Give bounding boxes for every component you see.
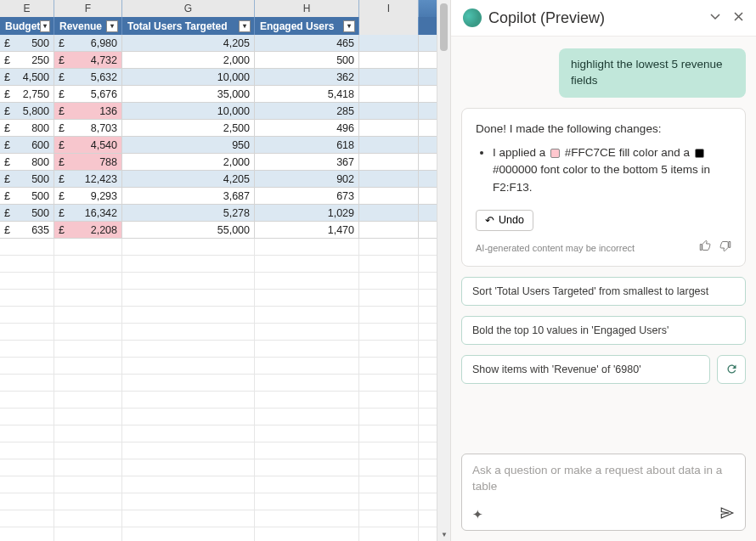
table-row[interactable]: £500£9,2933,687673 xyxy=(0,188,437,205)
cell-budget[interactable]: £500 xyxy=(0,35,54,51)
cell-engaged[interactable]: 496 xyxy=(255,120,359,136)
cell-total-users[interactable]: 4,205 xyxy=(122,171,255,187)
cell-revenue[interactable]: £4,540 xyxy=(54,137,122,153)
cell-revenue[interactable]: £12,423 xyxy=(54,171,122,187)
cell-budget[interactable]: £250 xyxy=(0,52,54,68)
cell-revenue[interactable]: £5,676 xyxy=(54,86,122,102)
table-row[interactable]: £2,750£5,67635,0005,418 xyxy=(0,86,437,103)
table-row[interactable]: £500£16,3425,2781,029 xyxy=(0,205,437,222)
filter-budget-button[interactable]: ▾ xyxy=(40,20,50,32)
cell-budget[interactable]: £5,800 xyxy=(0,103,54,119)
col-header-H[interactable]: H xyxy=(255,0,359,17)
cell-engaged[interactable]: 618 xyxy=(255,137,359,153)
cell-revenue[interactable]: £4,732 xyxy=(54,52,122,68)
sheet-grid[interactable]: E F G H I Budget ▾ Revenue ▾ Total Users… xyxy=(0,0,437,541)
sparkle-icon[interactable]: ✦ xyxy=(472,507,483,522)
cell-empty[interactable] xyxy=(359,103,419,119)
col-header-I[interactable]: I xyxy=(359,0,419,17)
table-row[interactable]: £500£6,9804,205465 xyxy=(0,35,437,52)
suggestion-sort[interactable]: Sort 'Total Users Targeted' from smalles… xyxy=(461,277,746,306)
cell-revenue[interactable]: £2,208 xyxy=(54,222,122,238)
cell-total-users[interactable]: 950 xyxy=(122,137,255,153)
cell-total-users[interactable]: 4,205 xyxy=(122,35,255,51)
cell-engaged[interactable]: 362 xyxy=(255,69,359,85)
undo-button[interactable]: ↶ Undo xyxy=(476,210,533,231)
cell-budget[interactable]: £4,500 xyxy=(0,69,54,85)
cell-empty[interactable] xyxy=(359,154,419,170)
cell-engaged[interactable]: 500 xyxy=(255,52,359,68)
cell-revenue[interactable]: £9,293 xyxy=(54,188,122,204)
cell-empty[interactable] xyxy=(359,222,419,238)
cell-total-users[interactable]: 2,500 xyxy=(122,120,255,136)
table-row[interactable]: £600£4,540950618 xyxy=(0,137,437,154)
cell-engaged[interactable]: 673 xyxy=(255,188,359,204)
refresh-suggestions-button[interactable] xyxy=(717,355,746,384)
cell-engaged[interactable]: 1,029 xyxy=(255,205,359,221)
filter-revenue-button[interactable]: ▾ xyxy=(106,20,118,32)
cell-engaged[interactable]: 1,470 xyxy=(255,222,359,238)
table-row[interactable]: £800£8,7032,500496 xyxy=(0,120,437,137)
cell-budget[interactable]: £600 xyxy=(0,137,54,153)
cell-total-users[interactable]: 2,000 xyxy=(122,52,255,68)
cell-total-users[interactable]: 10,000 xyxy=(122,69,255,85)
cell-budget[interactable]: £800 xyxy=(0,120,54,136)
header-engaged-label: Engaged Users xyxy=(260,20,334,32)
thumbs-down-icon[interactable] xyxy=(719,240,731,257)
cell-empty[interactable] xyxy=(359,137,419,153)
suggestion-filter[interactable]: Show items with 'Revenue' of '6980' xyxy=(461,355,710,384)
cell-revenue[interactable]: £136 xyxy=(54,103,122,119)
cell-engaged[interactable]: 5,418 xyxy=(255,86,359,102)
cell-revenue[interactable]: £8,703 xyxy=(54,120,122,136)
vertical-scrollbar[interactable]: ▲ ▼ xyxy=(437,0,450,541)
cell-engaged[interactable]: 465 xyxy=(255,35,359,51)
thumbs-up-icon[interactable] xyxy=(699,240,712,257)
col-header-E[interactable]: E xyxy=(0,0,54,17)
scroll-down-arrow[interactable]: ▼ xyxy=(437,527,451,541)
cell-total-users[interactable]: 2,000 xyxy=(122,154,255,170)
cell-empty[interactable] xyxy=(359,35,419,51)
cell-budget[interactable]: £500 xyxy=(0,171,54,187)
copilot-header-actions xyxy=(709,11,744,25)
cell-revenue[interactable]: £6,980 xyxy=(54,35,122,51)
table-row[interactable]: £5,800£13610,000285 xyxy=(0,103,437,120)
cell-empty[interactable] xyxy=(359,120,419,136)
filter-total-users-button[interactable]: ▾ xyxy=(239,20,251,32)
send-icon[interactable] xyxy=(719,505,735,523)
cell-budget[interactable]: £635 xyxy=(0,222,54,238)
cell-total-users[interactable]: 5,278 xyxy=(122,205,255,221)
close-icon[interactable] xyxy=(733,11,744,25)
cell-revenue[interactable]: £5,632 xyxy=(54,69,122,85)
chat-input-placeholder: Ask a question or make a request about d… xyxy=(472,463,735,497)
cell-empty[interactable] xyxy=(359,188,419,204)
cell-empty[interactable] xyxy=(359,52,419,68)
filter-engaged-button[interactable]: ▾ xyxy=(343,20,355,32)
cell-engaged[interactable]: 285 xyxy=(255,103,359,119)
cell-total-users[interactable]: 55,000 xyxy=(122,222,255,238)
col-header-F[interactable]: F xyxy=(54,0,122,17)
cell-revenue[interactable]: £788 xyxy=(54,154,122,170)
table-row[interactable]: £250£4,7322,000500 xyxy=(0,52,437,69)
cell-empty[interactable] xyxy=(359,69,419,85)
minimize-icon[interactable] xyxy=(709,11,721,25)
cell-empty[interactable] xyxy=(359,86,419,102)
table-row[interactable]: £4,500£5,63210,000362 xyxy=(0,69,437,86)
cell-engaged[interactable]: 367 xyxy=(255,154,359,170)
suggestion-bold[interactable]: Bold the top 10 values in 'Engaged Users… xyxy=(461,316,746,345)
cell-engaged[interactable]: 902 xyxy=(255,171,359,187)
cell-total-users[interactable]: 10,000 xyxy=(122,103,255,119)
cell-total-users[interactable]: 35,000 xyxy=(122,86,255,102)
cell-total-users[interactable]: 3,687 xyxy=(122,188,255,204)
cell-budget[interactable]: £500 xyxy=(0,188,54,204)
table-row[interactable]: £635£2,20855,0001,470 xyxy=(0,222,437,239)
table-row[interactable]: £500£12,4234,205902 xyxy=(0,171,437,188)
table-row[interactable]: £800£7882,000367 xyxy=(0,154,437,171)
chat-input-box[interactable]: Ask a question or make a request about d… xyxy=(461,454,746,531)
cell-empty[interactable] xyxy=(359,171,419,187)
cell-revenue[interactable]: £16,342 xyxy=(54,205,122,221)
cell-budget[interactable]: £800 xyxy=(0,154,54,170)
cell-empty[interactable] xyxy=(359,205,419,221)
col-header-G[interactable]: G xyxy=(122,0,255,17)
scrollbar-thumb[interactable] xyxy=(440,3,448,51)
cell-budget[interactable]: £500 xyxy=(0,205,54,221)
cell-budget[interactable]: £2,750 xyxy=(0,86,54,102)
